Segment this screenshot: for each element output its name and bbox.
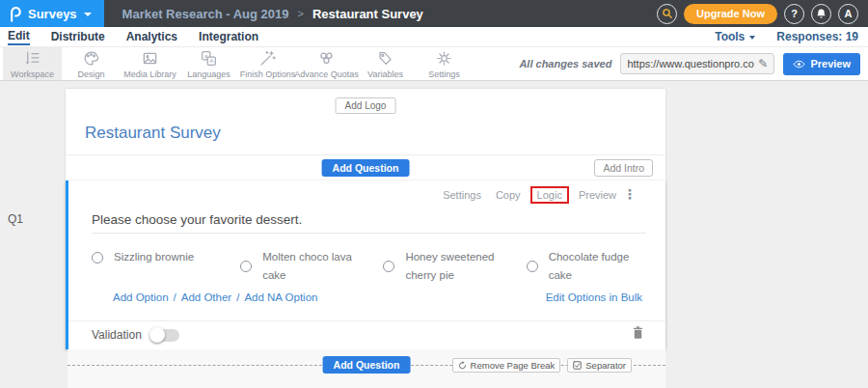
preview-button[interactable]: Preview (783, 53, 860, 75)
add-option-link[interactable]: Add Option (113, 291, 169, 303)
design-icon (82, 49, 100, 68)
tools-dropdown[interactable]: Tools (715, 30, 755, 43)
checkbox-checked-icon (573, 361, 582, 370)
help-button[interactable]: ? (784, 4, 804, 24)
question-actions: Settings Copy Logic Preview (443, 189, 616, 201)
divider (68, 320, 665, 321)
account-avatar[interactable]: A (838, 4, 858, 24)
trash-icon (632, 325, 644, 340)
survey-editor-page: Surveys Market Research - Aug 2019 > Res… (0, 0, 868, 388)
breadcrumb-parent[interactable]: Market Research - Aug 2019 (122, 7, 289, 21)
add-other-link[interactable]: Add Other (181, 291, 231, 303)
topbar: Surveys Market Research - Aug 2019 > Res… (0, 0, 868, 27)
media-library-icon (141, 49, 159, 68)
question-logic-link[interactable]: Logic (530, 186, 569, 204)
validation-row: Validation (92, 328, 179, 342)
tab-analytics[interactable]: Analytics (126, 30, 177, 44)
survey-url-text: https://www.questionpro.com/t/APNrfZ (627, 58, 754, 69)
edit-options-in-bulk-link[interactable]: Edit Options in Bulk (546, 291, 642, 303)
page-break-row: Add Question Remove Page Break Separator (68, 349, 665, 388)
answer-options: Sizzling brownie Molten choco lava cake … (92, 248, 660, 285)
editor-toolbar: Workspace Design Media Library a A (0, 46, 868, 81)
tab-distribute[interactable]: Distribute (51, 30, 105, 44)
radio-icon[interactable] (527, 261, 538, 272)
add-na-option-link[interactable]: Add NA Option (244, 291, 317, 303)
add-question-button-bottom[interactable]: Add Question (323, 356, 411, 374)
option-label[interactable]: Molten choco lava cake (262, 248, 359, 285)
brand-label: Surveys (28, 7, 77, 21)
workspace-icon (23, 49, 41, 68)
edit-url-pencil-icon[interactable]: ✎ (758, 57, 768, 70)
add-intro-button[interactable]: Add Intro (594, 159, 653, 177)
survey-url-field[interactable]: https://www.questionpro.com/t/APNrfZ ✎ (620, 53, 774, 74)
add-logo-button[interactable]: Add Logo (336, 97, 396, 114)
link-separator: / (174, 291, 176, 303)
answer-option-1[interactable]: Sizzling brownie (92, 248, 240, 266)
question-card-q1: Settings Copy Logic Preview ⋮ Please cho… (66, 180, 665, 349)
survey-title[interactable]: Restaurant Survey (85, 124, 221, 143)
toolbar-item-settings[interactable]: Settings (415, 47, 474, 80)
question-text-underline (92, 233, 646, 234)
chevron-down-icon (749, 36, 755, 40)
questionpro-logo-icon (9, 6, 21, 22)
toggle-knob (149, 327, 165, 343)
chevron-down-icon (84, 13, 92, 16)
option-label[interactable]: Honey sweetened cherry pie (405, 248, 502, 285)
refresh-icon (458, 361, 467, 370)
question-settings-link[interactable]: Settings (443, 189, 481, 201)
avatar-initial: A (845, 8, 853, 19)
remove-page-break-label: Remove Page Break (471, 360, 556, 371)
separator-checkbox[interactable]: Separator (567, 358, 632, 373)
notifications-button[interactable] (811, 4, 831, 24)
tab-edit[interactable]: Edit (8, 29, 30, 45)
languages-icon: a A (200, 49, 218, 68)
radio-icon[interactable] (383, 261, 394, 272)
question-copy-link[interactable]: Copy (496, 189, 521, 201)
validation-label: Validation (92, 328, 142, 342)
toolbar-item-languages[interactable]: a A Languages (179, 47, 238, 80)
toolbar-item-workspace[interactable]: Workspace (3, 47, 62, 80)
preview-label: Preview (810, 58, 851, 69)
answer-option-4[interactable]: Chocolate fudge cake (527, 248, 660, 285)
answer-option-3[interactable]: Honey sweetened cherry pie (383, 248, 526, 285)
option-label[interactable]: Sizzling brownie (114, 248, 194, 266)
breadcrumb-separator-icon: > (298, 8, 304, 19)
responses-count[interactable]: Responses: 19 (776, 30, 858, 43)
main-nav: Edit Distribute Analytics Integration To… (0, 27, 868, 46)
question-text[interactable]: Please choose your favorite dessert. (92, 212, 302, 227)
save-status: All changes saved (519, 58, 611, 69)
surveys-menu[interactable]: Surveys (0, 0, 104, 27)
bell-icon (816, 8, 827, 19)
radio-icon[interactable] (92, 252, 103, 263)
search-button[interactable] (657, 4, 677, 24)
breadcrumb-current: Restaurant Survey (312, 7, 423, 21)
delete-question-button[interactable] (632, 325, 644, 343)
variables-icon (376, 49, 394, 68)
toolbar-item-media-library[interactable]: Media Library (121, 47, 179, 80)
settings-icon (435, 49, 453, 68)
question-preview-link[interactable]: Preview (579, 189, 616, 201)
tools-label: Tools (715, 30, 745, 43)
toolbar-right: All changes saved https://www.questionpr… (519, 47, 868, 80)
survey-header-card: Add Logo Restaurant Survey Add Question … (66, 89, 665, 180)
search-icon (662, 8, 673, 19)
answer-option-2[interactable]: Molten choco lava cake (240, 248, 383, 285)
link-separator: / (236, 291, 239, 303)
radio-icon[interactable] (240, 261, 252, 272)
toolbar-item-design[interactable]: Design (62, 47, 121, 80)
toolbar-item-variables[interactable]: Variables (356, 47, 415, 80)
tab-integration[interactable]: Integration (199, 30, 258, 44)
more-options-icon[interactable]: ⋮ (623, 186, 637, 202)
advance-quotas-icon (317, 49, 336, 68)
finish-options-icon (258, 49, 277, 68)
add-question-button[interactable]: Add Question (322, 159, 410, 177)
toolbar-item-finish-options[interactable]: Finish Options (238, 47, 297, 80)
divider (66, 154, 665, 155)
validation-toggle[interactable] (150, 329, 179, 342)
toolbar-item-advance-quotas[interactable]: Advance Quotas (297, 47, 356, 80)
topbar-actions: Upgrade Now ? A (657, 4, 868, 24)
remove-page-break-button[interactable]: Remove Page Break (452, 358, 561, 373)
option-label[interactable]: Chocolate fudge cake (549, 248, 645, 285)
upgrade-now-button[interactable]: Upgrade Now (684, 4, 777, 24)
breadcrumb: Market Research - Aug 2019 > Restaurant … (122, 7, 423, 21)
